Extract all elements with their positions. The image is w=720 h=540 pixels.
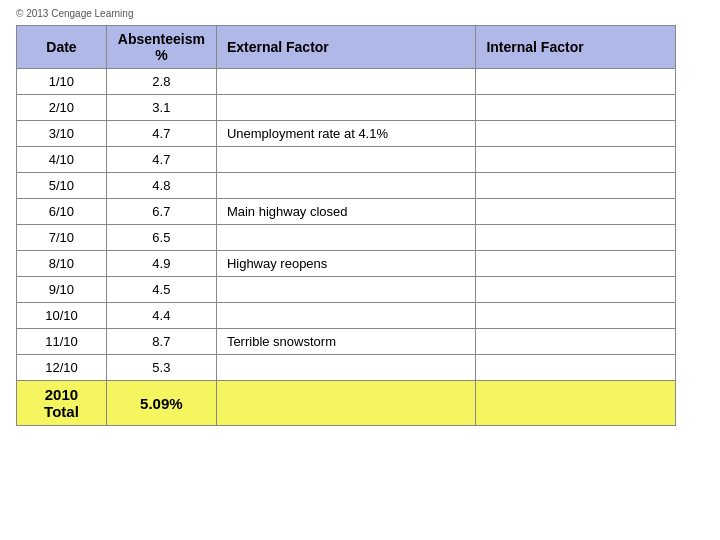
header-external: External Factor	[216, 26, 476, 69]
cell-external-9	[216, 303, 476, 329]
cell-date-2: 3/10	[17, 121, 107, 147]
cell-internal-11	[476, 355, 676, 381]
copyright-text: © 2013 Cengage Learning	[16, 8, 704, 19]
cell-internal-10	[476, 329, 676, 355]
cell-absenteeism-11: 5.3	[106, 355, 216, 381]
cell-external-8	[216, 277, 476, 303]
cell-absenteeism-4: 4.8	[106, 173, 216, 199]
cell-internal-8	[476, 277, 676, 303]
table-row: 11/108.7Terrible snowstorm	[17, 329, 676, 355]
table-row: 8/104.9Highway reopens	[17, 251, 676, 277]
cell-date-7: 8/10	[17, 251, 107, 277]
absenteeism-table: Date Absenteeism % External Factor Inter…	[16, 25, 676, 426]
cell-absenteeism-3: 4.7	[106, 147, 216, 173]
cell-internal-7	[476, 251, 676, 277]
cell-date-5: 6/10	[17, 199, 107, 225]
cell-total-absenteeism: 5.09%	[106, 381, 216, 426]
cell-absenteeism-2: 4.7	[106, 121, 216, 147]
cell-absenteeism-5: 6.7	[106, 199, 216, 225]
cell-total-external	[216, 381, 476, 426]
cell-date-11: 12/10	[17, 355, 107, 381]
table-row: 9/104.5	[17, 277, 676, 303]
cell-date-1: 2/10	[17, 95, 107, 121]
table-row: 5/104.8	[17, 173, 676, 199]
cell-external-1	[216, 95, 476, 121]
cell-date-0: 1/10	[17, 69, 107, 95]
cell-internal-0	[476, 69, 676, 95]
cell-date-3: 4/10	[17, 147, 107, 173]
cell-external-0	[216, 69, 476, 95]
table-row: 7/106.5	[17, 225, 676, 251]
cell-internal-2	[476, 121, 676, 147]
cell-internal-3	[476, 147, 676, 173]
cell-absenteeism-9: 4.4	[106, 303, 216, 329]
cell-absenteeism-7: 4.9	[106, 251, 216, 277]
cell-date-9: 10/10	[17, 303, 107, 329]
cell-external-10: Terrible snowstorm	[216, 329, 476, 355]
cell-external-5: Main highway closed	[216, 199, 476, 225]
cell-absenteeism-8: 4.5	[106, 277, 216, 303]
cell-external-4	[216, 173, 476, 199]
cell-internal-6	[476, 225, 676, 251]
table-row: 10/104.4	[17, 303, 676, 329]
header-internal: Internal Factor	[476, 26, 676, 69]
cell-external-3	[216, 147, 476, 173]
cell-absenteeism-0: 2.8	[106, 69, 216, 95]
table-row: 12/105.3	[17, 355, 676, 381]
cell-date-4: 5/10	[17, 173, 107, 199]
cell-internal-9	[476, 303, 676, 329]
table-row: 3/104.7Unemployment rate at 4.1%	[17, 121, 676, 147]
table-row: 4/104.7	[17, 147, 676, 173]
cell-external-7: Highway reopens	[216, 251, 476, 277]
total-row: 2010 Total5.09%	[17, 381, 676, 426]
table-row: 1/102.8	[17, 69, 676, 95]
cell-internal-4	[476, 173, 676, 199]
cell-internal-5	[476, 199, 676, 225]
header-date: Date	[17, 26, 107, 69]
cell-external-6	[216, 225, 476, 251]
cell-external-11	[216, 355, 476, 381]
table-row: 6/106.7Main highway closed	[17, 199, 676, 225]
cell-absenteeism-10: 8.7	[106, 329, 216, 355]
header-absenteeism: Absenteeism %	[106, 26, 216, 69]
cell-absenteeism-1: 3.1	[106, 95, 216, 121]
page-container: © 2013 Cengage Learning Date Absenteeism…	[0, 0, 720, 434]
cell-external-2: Unemployment rate at 4.1%	[216, 121, 476, 147]
table-row: 2/103.1	[17, 95, 676, 121]
cell-total-date: 2010 Total	[17, 381, 107, 426]
cell-total-internal	[476, 381, 676, 426]
cell-absenteeism-6: 6.5	[106, 225, 216, 251]
cell-internal-1	[476, 95, 676, 121]
cell-date-6: 7/10	[17, 225, 107, 251]
cell-date-8: 9/10	[17, 277, 107, 303]
cell-date-10: 11/10	[17, 329, 107, 355]
table-header-row: Date Absenteeism % External Factor Inter…	[17, 26, 676, 69]
